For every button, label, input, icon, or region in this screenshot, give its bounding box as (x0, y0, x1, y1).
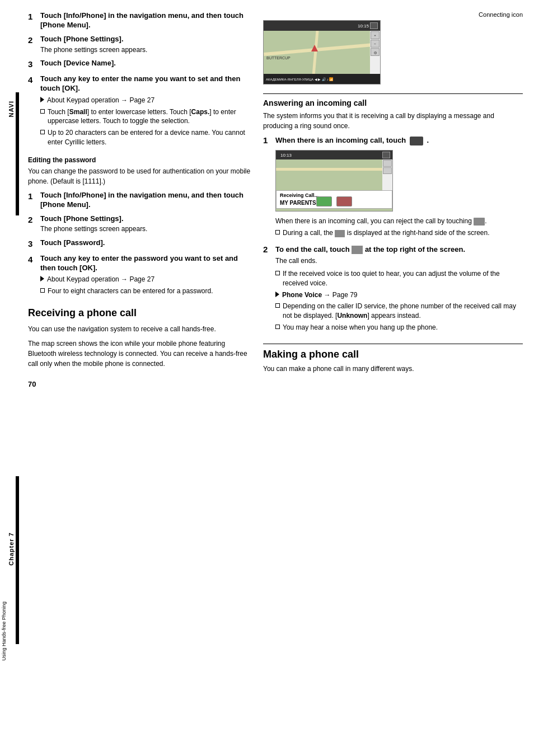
call-side-icon-2 (383, 167, 392, 174)
editing-password-header: Editing the password (28, 156, 252, 164)
right-step-2-sub-1-text: If the received voice is too quiet to he… (283, 269, 523, 288)
square-icon-1 (40, 109, 45, 114)
triangle-icon-1 (40, 97, 44, 102)
call-side-icon-1 (383, 160, 392, 167)
receiving-text-2: The map screen shows the icon while your… (28, 339, 252, 369)
step-1-title: Touch [Info/Phone] in the navigation men… (40, 11, 252, 30)
step-4-number: 4 (28, 74, 36, 86)
editing-password-text: You can change the password to be used f… (28, 166, 252, 186)
editing-password-section: Editing the password You can change the … (28, 156, 252, 186)
call-side-icons (382, 159, 392, 190)
step-4b-sub-1: About Keypad operation → Page 27 (40, 275, 252, 284)
nav-top-bar: 10:15 (264, 21, 380, 31)
map-road-h (264, 43, 380, 56)
right-step-1-sub-1: When there is an incoming call, you can … (275, 216, 523, 226)
nav-bottom-bar: АКАДЕМИКА-ЯНГЕЛЯ-УЛИЦА ◀ ▶ 🔊 ♪ 📶 (264, 74, 380, 84)
reject-icon-inline (474, 218, 485, 226)
step-1-content: Touch [Info/Phone] in the navigation men… (40, 11, 252, 30)
step-3b: 3 Touch [Password]. (28, 238, 252, 250)
right-step-1-number: 1 (263, 135, 271, 145)
call-buttons (276, 196, 392, 206)
answering-title: Answering an incoming call (263, 98, 523, 107)
step-4b-number: 4 (28, 254, 36, 265)
right-step-1-sub-items: When there is an incoming call, you can … (275, 216, 523, 238)
nav-bottom-text: АКАДЕМИКА-ЯНГЕЛЯ-УЛИЦА ◀ ▶ 🔊 ♪ 📶 (266, 77, 378, 81)
step-4-sub-3: Up to 20 characters can be entered for a… (40, 128, 252, 147)
answer-phone-icon (410, 137, 423, 145)
call-time: 10:13 (280, 152, 292, 158)
step-3b-content: Touch [Password]. (40, 238, 252, 248)
nav-time: 10:15 (358, 24, 369, 29)
step-2b-number: 2 (28, 214, 36, 226)
right-step-1-sub-2-text: During a call, the is displayed at the r… (283, 228, 490, 238)
step-4b-sub-items: About Keypad operation → Page 27 Four to… (40, 275, 252, 296)
right-step-2-sub-4-text: You may hear a noise when you hang up th… (283, 323, 438, 332)
square-icon-2 (40, 130, 45, 134)
right-step-2-sub-3-text: Depending on the caller ID service, the … (283, 302, 523, 321)
answering-section: Answering an incoming call The system in… (263, 93, 523, 335)
right-step-2-sub-2: Phone Voice → Page 79 (275, 290, 523, 300)
step-2b-text: The phone settings screen appears. (40, 224, 252, 234)
step-4-title: Touch any key to enter the name you want… (40, 74, 252, 93)
step-4-sub-3-text: Up to 20 characters can be entered for a… (48, 128, 252, 147)
step-3b-number: 3 (28, 238, 36, 250)
reject-call-btn[interactable] (336, 196, 352, 206)
right-step-2-sub-4: You may hear a noise when you hang up th… (275, 323, 523, 332)
step-4-sub-1-link: → Page 27 (121, 96, 154, 104)
making-title: Making a phone call (263, 349, 523, 360)
right-step-2-sub-3: Depending on the caller ID service, the … (275, 302, 523, 321)
step-4: 4 Touch any key to enter the name you wa… (28, 74, 252, 149)
left-column: 1 Touch [Info/Phone] in the navigation m… (28, 11, 252, 745)
step-3: 3 Touch [Device Name]. (28, 59, 252, 70)
square-icon-5 (275, 271, 280, 275)
answering-text: The system informs you that it is receiv… (263, 111, 523, 131)
step-4b-content: Touch any key to enter the password you … (40, 254, 252, 298)
nav-side-buttons: + − ◎ (370, 31, 380, 76)
step-1-number: 1 (28, 11, 36, 22)
left-sidebar: NAVI Chapter 7 Using Hands-free Phoning (0, 0, 22, 756)
right-step-1-sub-2: During a call, the is displayed at the r… (275, 228, 523, 238)
making-section: Making a phone call You can make a phone… (263, 344, 523, 374)
right-step-2-number: 2 (263, 245, 271, 254)
call-map-road (276, 168, 392, 171)
map-street-text: BUTTERCUP (266, 56, 291, 60)
right-step-2: 2 To end the call, touch at the top righ… (263, 245, 523, 335)
right-step-1: 1 When there is an incoming call, touch … (263, 135, 523, 240)
right-step-2-sub-2-text: Phone Voice → Page 79 (282, 290, 358, 300)
nav-btn-1: + (371, 31, 380, 39)
making-text: You can make a phone call in many differ… (263, 364, 523, 374)
nav-icon-box (370, 22, 378, 29)
right-column: Connecting icon 10:15 B (263, 11, 523, 745)
square-icon-6 (275, 303, 280, 308)
accept-call-btn[interactable] (316, 196, 332, 206)
step-2b-title: Touch [Phone Settings]. (40, 214, 252, 224)
step-1b: 1 Touch [Info/Phone] in the navigation m… (28, 191, 252, 210)
navi-bar (16, 92, 19, 215)
page-number: 70 (28, 380, 252, 388)
receiving-text-1: You can use the navigation system to rec… (28, 324, 252, 334)
nav-screenshot: 10:15 BUTTERCUP + (263, 20, 381, 84)
call-screenshot: 10:13 (275, 150, 393, 212)
main-content: 1 Touch [Info/Phone] in the navigation m… (22, 0, 534, 756)
step-4-content: Touch any key to enter the name you want… (40, 74, 252, 149)
step-3-content: Touch [Device Name]. (40, 59, 252, 68)
step-4b-sub-1-text: About Keypad operation → Page 27 (47, 275, 154, 284)
step-2: 2 Touch [Phone Settings]. The phone sett… (28, 35, 252, 55)
right-step-2-text: The call ends. (275, 256, 523, 266)
right-step-2-sub-1: If the received voice is too quiet to he… (275, 269, 523, 288)
step-2-text: The phone settings screen appears. (40, 45, 252, 55)
step-3-title: Touch [Device Name]. (40, 59, 252, 68)
nav-btn-3: ◎ (371, 48, 380, 56)
step-4b-sub-2: Four to eight characters can be entered … (40, 287, 252, 296)
receiving-section: Receiving a phone call You can use the n… (28, 307, 252, 369)
call-map-area (276, 159, 392, 190)
step-4-sub-items: About Keypad operation → Page 27 Touch [… (40, 96, 252, 147)
step-1b-content: Touch [Info/Phone] in the navigation men… (40, 191, 252, 210)
chapter-label: Chapter 7 (8, 532, 15, 566)
map-arrow (311, 45, 318, 51)
sidebar-phoning-label: Using Hands-free Phoning (1, 602, 7, 661)
call-indicator-icon (335, 230, 345, 237)
step-4-sub-2-text: Touch [Small] to enter lowercase letters… (48, 107, 252, 126)
step-2-number: 2 (28, 35, 36, 46)
step-1: 1 Touch [Info/Phone] in the navigation m… (28, 11, 252, 30)
